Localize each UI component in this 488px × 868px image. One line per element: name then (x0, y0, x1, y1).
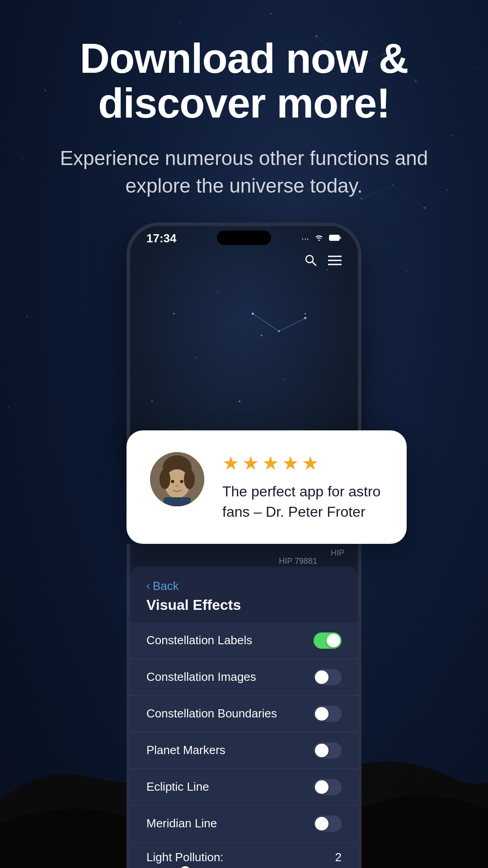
star-2: ★ (242, 452, 259, 474)
svg-point-38 (173, 313, 174, 314)
settings-row-planet-markers: Planet Markers (130, 732, 358, 769)
main-headline: Download now & discover more! (0, 36, 488, 126)
wifi-icon (314, 233, 324, 244)
toggle-meridian-line[interactable] (314, 816, 342, 832)
back-chevron-icon: ‹ (146, 580, 150, 592)
phone-dynamic-island (217, 231, 271, 245)
hip-label-short: HIP (331, 548, 344, 558)
battery-icon (329, 233, 342, 244)
phone-mockup-container: 17:34 ··· (127, 222, 361, 868)
row-label-planet-markers: Planet Markers (146, 743, 225, 757)
settings-row-meridian-line: Meridian Line (130, 806, 358, 842)
phone-frame-top: 17:34 ··· (127, 222, 361, 467)
svg-point-41 (195, 357, 196, 358)
svg-point-42 (305, 313, 306, 314)
reviewer-avatar (150, 452, 204, 506)
avatar-image (150, 452, 204, 506)
settings-title: Visual Effects (146, 597, 342, 613)
toggle-knob (315, 670, 328, 684)
main-content: Download now & discover more! Experience… (0, 0, 488, 868)
row-label-constellation-images: Constellation Images (146, 670, 256, 684)
svg-point-51 (304, 317, 306, 319)
toggle-constellation-labels[interactable] (314, 632, 342, 649)
settings-list: Constellation Labels Constellation Image… (130, 623, 358, 868)
svg-point-50 (278, 330, 280, 332)
svg-point-58 (180, 480, 183, 483)
row-label-constellation-labels: Constellation Labels (146, 633, 252, 647)
light-pollution-value: 2 (335, 850, 342, 864)
svg-point-46 (239, 401, 240, 402)
signal-icon: ··· (301, 233, 309, 244)
hip-value: HIP 79881 (279, 557, 317, 566)
star-3: ★ (262, 452, 279, 474)
settings-panel: ‹ Back Visual Effects Constellation Labe… (130, 566, 358, 868)
phone-action-icons (304, 253, 342, 270)
review-quote: The perfect app for astro fans – Dr. Pet… (222, 481, 383, 522)
settings-header: ‹ Back Visual Effects (130, 566, 358, 623)
slider-header: Light Pollution: 2 (146, 850, 342, 864)
settings-row-ecliptic-line: Ecliptic Line (130, 769, 358, 806)
svg-rect-32 (340, 236, 341, 239)
toggle-ecliptic-line[interactable] (314, 779, 342, 795)
svg-point-49 (252, 312, 254, 315)
menu-icon[interactable] (328, 253, 342, 270)
back-button[interactable]: ‹ Back (146, 579, 342, 593)
settings-row-constellation-boundaries: Constellation Boundaries (130, 696, 358, 732)
back-label: Back (153, 579, 179, 593)
svg-rect-60 (164, 497, 191, 506)
row-label-ecliptic-line: Ecliptic Line (146, 780, 209, 794)
star-5: ★ (302, 452, 319, 474)
svg-point-57 (171, 480, 174, 483)
toggle-knob (315, 817, 328, 830)
svg-line-48 (279, 318, 305, 331)
settings-row-constellation-images: Constellation Images (130, 659, 358, 696)
svg-line-47 (253, 314, 279, 331)
svg-rect-31 (329, 235, 339, 241)
svg-point-44 (151, 401, 153, 402)
toggle-knob (315, 707, 328, 721)
svg-point-59 (175, 485, 179, 487)
phone-frame-bottom: HIP HIP 79881 ‹ Back Visual Effects Cons… (127, 544, 361, 868)
light-pollution-row: Light Pollution: 2 (130, 842, 358, 868)
svg-point-40 (261, 335, 262, 336)
sub-headline: Experience numerous other functions and … (0, 126, 488, 200)
svg-point-55 (160, 469, 170, 489)
search-icon[interactable] (304, 253, 317, 270)
phone-time: 17:34 (146, 231, 177, 245)
svg-point-39 (217, 291, 218, 292)
star-1: ★ (222, 452, 239, 474)
slider-thumb (179, 866, 191, 868)
star-4: ★ (282, 452, 299, 474)
row-label-meridian-line: Meridian Line (146, 816, 217, 830)
review-card: ★ ★ ★ ★ ★ The perfect app for astro fans… (127, 430, 407, 544)
svg-point-45 (283, 379, 284, 380)
toggle-constellation-images[interactable] (314, 669, 342, 685)
svg-line-34 (312, 262, 316, 265)
toggle-knob (315, 744, 328, 757)
toggle-planet-markers[interactable] (314, 742, 342, 759)
toggle-constellation-boundaries[interactable] (314, 706, 342, 722)
review-text-content: ★ ★ ★ ★ ★ The perfect app for astro fans… (222, 452, 383, 522)
status-icons: ··· (301, 233, 342, 244)
settings-row-constellation-labels: Constellation Labels (130, 623, 358, 659)
toggle-knob (315, 780, 328, 794)
row-label-constellation-boundaries: Constellation Boundaries (146, 707, 277, 721)
light-pollution-label: Light Pollution: (146, 850, 224, 864)
stars-row: ★ ★ ★ ★ ★ (222, 452, 383, 474)
svg-point-56 (184, 469, 195, 489)
toggle-knob (327, 634, 340, 647)
